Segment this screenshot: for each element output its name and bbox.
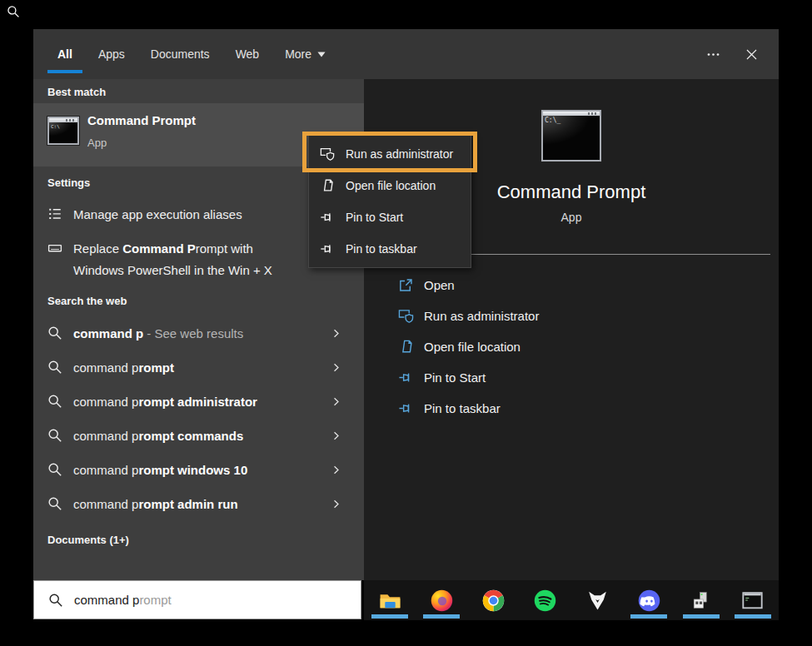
command-prompt-icon (740, 589, 765, 613)
best-match-header: Best match (47, 86, 106, 98)
taskbar-button-firefox[interactable] (416, 580, 467, 620)
web-search-suggestion-row[interactable]: command prompt windows 10 (33, 453, 364, 487)
tab-label: Apps (98, 47, 125, 61)
running-indicator (371, 614, 408, 619)
best-match-app-type: App (87, 137, 107, 149)
taskbar (364, 580, 779, 620)
taskbar-button-google-chrome[interactable] (468, 580, 520, 620)
search-icon (47, 325, 62, 340)
discord-icon (637, 589, 661, 613)
search-flyout-window: AllAppsDocumentsWebMore Best match C:\_ … (33, 29, 779, 620)
window-icon (47, 241, 62, 256)
search-icon (47, 462, 62, 477)
close-button[interactable] (737, 40, 765, 68)
pin-icon (320, 210, 335, 225)
app-action-run-as-administrator[interactable]: Run as administrator (364, 301, 779, 331)
more-options-button[interactable] (699, 40, 727, 68)
suggestion-label: command prompt windows 10 (73, 463, 247, 477)
web-search-suggestion-row[interactable]: command prompt administrator (33, 385, 364, 419)
command-prompt-app-icon: C:\_ (541, 110, 601, 162)
settings-result-label: Manage app execution aliases (73, 207, 242, 221)
settings-header: Settings (47, 176, 90, 189)
tab-label: Web (236, 47, 260, 61)
context-menu-item-run-as-administrator[interactable]: Run as administrator (309, 138, 471, 170)
chevron-right-icon[interactable] (331, 328, 341, 339)
taskbar-button-file-explorer[interactable] (364, 580, 416, 620)
search-icon (48, 593, 63, 608)
command-prompt-icon: C:\_ (47, 117, 79, 145)
firefox-icon (430, 589, 454, 613)
context-menu: Run as administratorOpen file locationPi… (308, 135, 471, 268)
chevron-right-icon[interactable] (331, 430, 341, 441)
action-label: Run as administrator (424, 309, 539, 323)
suggestion-label: command p - See web results (73, 326, 243, 340)
menu-item-label: Pin to Start (346, 211, 403, 224)
tabs: AllAppsDocumentsWebMore (47, 29, 341, 79)
search-the-web-header: Search the web (47, 295, 127, 307)
search-suggestion-text: rompt (139, 593, 171, 607)
search-input[interactable]: command prompt (33, 580, 361, 619)
tab-all[interactable]: All (47, 29, 82, 79)
taskbar-button-spotify[interactable] (520, 580, 571, 620)
search-icon (47, 496, 62, 511)
search-input-text: command prompt (74, 593, 172, 607)
chevron-right-icon[interactable] (331, 396, 341, 407)
menu-item-label: Run as administrator (346, 147, 453, 161)
running-indicator (683, 614, 720, 619)
suggestion-label: command prompt administrator (73, 395, 257, 409)
search-icon (47, 360, 62, 375)
menu-item-label: Open file location (346, 179, 436, 192)
run-as-admin-icon (398, 308, 414, 324)
taskbar-button-command-prompt[interactable] (727, 580, 779, 620)
web-search-suggestion-row[interactable]: command prompt (33, 350, 364, 385)
file-explorer-icon (378, 589, 402, 613)
taskbar-button-utility-app[interactable] (675, 580, 727, 620)
search-icon (7, 5, 20, 18)
pin-icon (398, 400, 414, 416)
chevron-right-icon[interactable] (331, 465, 341, 475)
search-icon (47, 394, 62, 409)
pin-icon (320, 241, 335, 256)
web-search-suggestion-row[interactable]: command prompt commands (33, 419, 364, 453)
context-menu-item-pin-to-start[interactable]: Pin to Start (309, 201, 471, 233)
app-action-open-file-location[interactable]: Open file location (364, 331, 779, 362)
web-search-suggestions: command p - See web resultscommand promp… (33, 316, 364, 521)
web-search-suggestion-row[interactable]: command prompt admin run (33, 487, 364, 521)
chevron-right-icon[interactable] (331, 362, 341, 373)
dropdown-arrow-icon (317, 52, 326, 57)
web-search-suggestion-row[interactable]: command p - See web results (33, 316, 364, 350)
tab-apps[interactable]: Apps (88, 29, 135, 79)
chrome-icon (481, 589, 506, 613)
app-action-pin-to-start[interactable]: Pin to Start (364, 362, 779, 393)
context-menu-item-pin-to-taskbar[interactable]: Pin to taskbar (309, 233, 471, 265)
window-controls (699, 40, 765, 68)
search-filter-tabstrip: AllAppsDocumentsWebMore (33, 29, 779, 79)
app-action-pin-to-taskbar[interactable]: Pin to taskbar (364, 393, 779, 424)
list-icon (47, 206, 62, 221)
action-label: Pin to Start (424, 370, 486, 385)
taskbar-button-discord[interactable] (623, 580, 675, 620)
tab-documents[interactable]: Documents (141, 29, 220, 79)
app-action-open[interactable]: Open (364, 270, 779, 301)
run-as-admin-icon (320, 147, 335, 162)
action-label: Pin to taskbar (424, 401, 501, 415)
taskbar-button-foobar2000[interactable] (571, 580, 623, 620)
tab-web[interactable]: Web (226, 29, 270, 79)
action-label: Open file location (424, 340, 521, 354)
best-match-app-name: Command Prompt (87, 113, 196, 127)
running-indicator (630, 614, 667, 619)
tab-label: More (285, 47, 311, 61)
foobar2000-icon (585, 589, 610, 613)
running-indicator (423, 614, 460, 619)
search-icon (47, 428, 62, 443)
suggestion-label: command prompt commands (73, 429, 243, 443)
tab-more[interactable]: More (275, 29, 336, 79)
chevron-right-icon[interactable] (331, 499, 341, 509)
suggestion-label: command prompt (73, 360, 174, 375)
windows-search-screen: AllAppsDocumentsWebMore Best match C:\_ … (0, 0, 812, 646)
documents-header: Documents (1+) (47, 534, 129, 546)
tab-label: Documents (151, 47, 210, 61)
context-menu-item-open-file-location[interactable]: Open file location (309, 170, 471, 201)
tab-label: All (57, 47, 72, 61)
pin-icon (398, 370, 414, 385)
